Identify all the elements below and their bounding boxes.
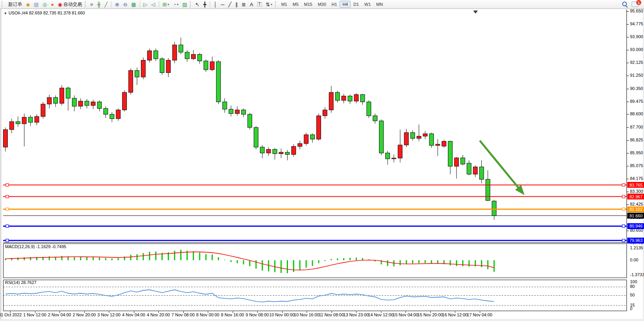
auto-scroll-icon: ▷ (144, 2, 147, 7)
fibonacci-icon[interactable]: ≣ (240, 0, 248, 8)
chart-shift-icon[interactable]: ◁ (149, 0, 157, 8)
timeframe-d1[interactable]: D1 (351, 1, 361, 8)
price-tick-label: 94.775 (630, 21, 643, 26)
chart-shift-marker[interactable] (473, 11, 478, 14)
price-tick-label: 86.825 (630, 138, 643, 142)
horizontal-line-icon[interactable]: ─ (219, 0, 226, 8)
date-tick-label: 9 Nov 08:00 (246, 312, 268, 317)
trendline-icon[interactable]: ╱ (226, 0, 233, 8)
price-tick (627, 37, 629, 37)
price-tick (627, 24, 629, 25)
market-watch-icon[interactable]: ◆ (24, 0, 32, 8)
periods-icon: ◔ (173, 2, 176, 7)
timeframe-mn[interactable]: MN (374, 1, 386, 8)
chart-symbol-label[interactable]: ▼USOil-,H4 82.659 82.735 81.378 81.660 (4, 11, 85, 15)
cursor-icon: ↖ (195, 2, 200, 7)
price-tick (627, 50, 629, 50)
bar-chart-icon: ≡ (89, 3, 94, 6)
price-tick (627, 231, 629, 231)
macd-axis-label: -1.3733 (630, 272, 644, 277)
equidistant-channel-icon[interactable]: ∥ (233, 0, 240, 8)
vertical-line-icon: │ (214, 2, 217, 7)
main-chart[interactable] (3, 9, 627, 243)
toolbar-separator (210, 1, 210, 7)
auto-trading-button[interactable]: ◉自动交易 (56, 0, 84, 8)
zoom-in-icon[interactable]: ⊕ (113, 0, 121, 8)
chart-shift-icon: ◁ (151, 2, 155, 7)
timeframe-h4[interactable]: H4 (340, 1, 351, 8)
date-tick-label: 13 Nov 23:00 (343, 312, 369, 317)
market-watch-icon: ◆ (26, 2, 30, 7)
price-tick-label: 82.425 (630, 202, 643, 206)
horizontal-line-icon: ─ (221, 2, 225, 7)
hline-handle[interactable] (622, 208, 625, 211)
hline-handle[interactable] (6, 183, 9, 186)
timeframe-w1[interactable]: W1 (361, 1, 374, 8)
collapse-triangle-icon[interactable]: ▼ (4, 12, 7, 15)
date-tick-label: 1 Nov 12:00 (23, 312, 46, 317)
text-icon[interactable]: A (248, 0, 255, 8)
bar-chart-icon[interactable]: ≡ (88, 0, 95, 8)
price-tick (627, 63, 629, 63)
indicators-icon: ⊞ (163, 2, 167, 7)
price-tick (627, 102, 629, 102)
timeframe-m30[interactable]: M30 (315, 1, 329, 8)
hline-handle[interactable] (6, 208, 9, 211)
terminal-icon[interactable]: ● (49, 0, 56, 8)
timeframe-m1[interactable]: M1 (279, 1, 290, 8)
date-tick-label: 8 Nov 16:00 (221, 312, 244, 317)
line-chart-icon[interactable]: ╱ (103, 0, 110, 8)
toolbar-grip (2, 1, 4, 7)
arrows-icon: ⇅ (266, 2, 270, 7)
price-tick (627, 89, 629, 89)
navigator-icon[interactable]: ◎ (40, 0, 49, 8)
text-label-icon[interactable]: T (255, 0, 264, 8)
timeframe-m15[interactable]: M15 (301, 1, 315, 8)
equidistant-channel-icon: ∥ (235, 2, 238, 7)
candlestick-chart-icon[interactable]: ╫ (95, 0, 102, 8)
arrows-icon[interactable]: ⇅▾ (264, 0, 274, 8)
toolbar-grip (190, 1, 192, 7)
zoom-out-icon[interactable]: ⊖ (121, 0, 129, 8)
auto-scroll-icon[interactable]: ▷ (142, 0, 149, 8)
hline-handle[interactable] (6, 239, 9, 242)
timeframe-m5[interactable]: M5 (290, 1, 301, 8)
notification-badge[interactable]: 1 (636, 0, 641, 5)
price-tick-label: 85.075 (630, 163, 643, 168)
chevron-down-icon: ▾ (177, 3, 178, 6)
date-tick-label: 2 Nov 20:00 (73, 312, 96, 317)
price-tick-label: 92.125 (630, 60, 643, 65)
price-tick-label: 95.650 (630, 9, 643, 13)
macd-indicator-label: MACD(12,26,9) -1.1629 -0.7495 (5, 244, 66, 249)
chat-icon[interactable]: 1 (632, 2, 639, 7)
toolbar-grip (275, 1, 277, 7)
vertical-line-icon[interactable]: │ (212, 0, 219, 8)
price-badge-80.946: 80.946 (627, 223, 644, 229)
hline-handle[interactable] (6, 195, 9, 198)
hline-handle[interactable] (622, 239, 625, 242)
price-tick (627, 76, 629, 76)
price-tick-label: 85.950 (630, 150, 643, 155)
rsi-pane[interactable] (3, 280, 627, 311)
hline-handle[interactable] (622, 183, 625, 186)
date-tick-label: 15 Nov 04:00 (393, 312, 418, 317)
hline-handle[interactable] (622, 195, 625, 198)
cursor-icon[interactable]: ↖ (193, 0, 202, 8)
search-icon[interactable] (622, 2, 628, 7)
new-order-button[interactable]: 新订单 (5, 0, 24, 8)
macd-pane[interactable] (3, 243, 627, 278)
price-tick (627, 11, 629, 12)
price-tick (627, 153, 629, 153)
trendline-icon: ╱ (228, 2, 232, 7)
timeframe-h1[interactable]: H1 (329, 1, 340, 8)
hline-handle[interactable] (622, 225, 625, 228)
macd-histogram (5, 250, 495, 273)
hline-handle[interactable] (6, 225, 9, 228)
crosshair-icon[interactable]: ╋ (202, 0, 209, 8)
periods-icon[interactable]: ◔▾ (171, 0, 181, 8)
tile-windows-icon[interactable]: ▦ (129, 0, 138, 8)
indicators-icon[interactable]: ⊞▾ (161, 0, 171, 8)
date-tick-label: 2 Nov 04:00 (48, 312, 71, 317)
templates-icon[interactable]: ▨ (180, 0, 189, 8)
data-window-icon[interactable]: ▤ (32, 0, 40, 8)
